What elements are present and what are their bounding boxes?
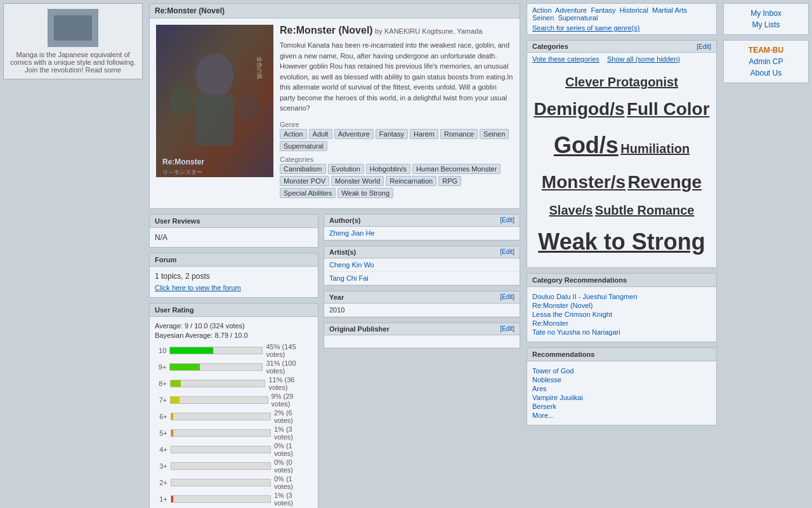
genre-tag-adventure[interactable]: Adventure [334,129,374,139]
publisher-edit-link[interactable]: [Edit] [500,325,514,332]
rec-berserk[interactable]: Berserk [532,402,711,411]
admin-cp-link[interactable]: Admin CP [728,56,804,67]
big-cat-revenge[interactable]: Revenge [627,172,702,192]
rating-bar-container-7+ [170,396,268,404]
rec-tower-of-god[interactable]: Tower of God [532,366,711,375]
cat-tag-monster-pov[interactable]: Monster POV [280,176,329,186]
svg-point-2 [195,53,233,98]
rating-bar-container-10 [169,347,263,354]
cat-tag-rpg[interactable]: RPG [438,176,461,186]
year-header-label: Year [329,293,344,301]
publisher-value [324,335,520,348]
rating-label-4+: 4+ [155,446,167,453]
rating-row-10: 1045% (145 votes) [155,343,313,358]
forum-header: Forum [150,253,318,267]
bayesian-value: 8.79 / 10.0 [215,331,248,339]
genre-tag-fantasy[interactable]: Fantasy [591,6,615,14]
rating-label-9+: 9+ [155,363,166,371]
rating-bar-container-2+ [171,479,271,486]
big-cat-full-color[interactable]: Full Color [627,99,710,119]
artist-link-1[interactable]: Cheng Kin Wo [329,261,374,269]
user-rating-box: User Rating Average: 9 / 10.0 (324 votes… [149,303,318,509]
big-cat-humiliation[interactable]: Humiliation [620,142,690,156]
rating-row-3+: 3+0% (0 votes) [155,458,313,474]
cat-tag-reincarnation[interactable]: Reincarnation [386,176,436,186]
big-cat-clever-protagonist[interactable]: Clever Protagonist [565,75,678,89]
genre-tag-adult[interactable]: Adult [309,129,332,139]
rating-bar-fill-5+ [171,430,173,436]
cat-rec-tate-no-yuusha-no-nariagari[interactable]: Tate no Yuusha no Nariagari [532,328,711,337]
genre-tag-martial-arts[interactable]: Martial Arts [652,6,687,14]
rating-row-1+: 1+1% (3 votes) [155,491,313,507]
rec-ares[interactable]: Ares [532,384,711,393]
genre-tags: ActionAdultAdventureFantasyHaremRomanceS… [280,129,513,151]
search-genre-link[interactable]: Search for series of same genre(s) [532,24,711,32]
show-all-link[interactable]: Show all (some hidden) [607,55,680,63]
about-us-link[interactable]: About Us [728,67,804,79]
rec-vampire-juuiikai[interactable]: Vampire Juuiikai [532,393,711,402]
my-inbox-link[interactable]: My Inbox [728,8,804,19]
rating-text-4+: 0% (1 votes) [274,442,313,457]
big-cat-god-s[interactable]: God/s [554,132,619,158]
genre-tag-fantasy[interactable]: Fantasy [376,129,408,139]
cat-tag-special-abilities[interactable]: Special Abilities [280,188,336,198]
my-lists-link[interactable]: My Lists [728,19,804,30]
cat-tag-cannibalism[interactable]: Cannibalism [280,164,326,174]
rating-bars: 1045% (145 votes)9+31% (100 votes)8+11% … [155,343,313,507]
genre-tag-seinen[interactable]: Seinen [532,14,554,22]
big-cat-slave-s[interactable]: Slave/s [549,203,593,217]
categories-section-inline: Categories CannibalismEvolutionHobgoblin… [280,155,513,198]
genre-tag-adventure[interactable]: Adventure [555,6,587,14]
rec-noblesse[interactable]: Noblesse [532,375,711,384]
big-cat-monster-s[interactable]: Monster/s [542,172,625,192]
genre-tag-action[interactable]: Action [280,129,307,139]
genre-tag-harem[interactable]: Harem [410,129,438,139]
cat-tag-human-becomes-monster[interactable]: Human Becomes Monster [412,164,501,174]
genre-tag-action[interactable]: Action [532,6,552,14]
artist-link-2[interactable]: Tang Chi Fai [329,274,369,282]
year-edit-link[interactable]: [Edit] [500,293,514,300]
cat-tag-weak-to-strong[interactable]: Weak to Strong [337,188,393,198]
author-link[interactable]: Zheng Jian He [329,229,375,237]
cat-tag-hobgoblin-s[interactable]: Hobgoblin/s [366,164,410,174]
forum-link[interactable]: Click here to view the forum [155,284,241,291]
user-rating-header: User Rating [150,304,318,317]
cat-rec-re-monster[interactable]: Re:Monster [532,319,711,328]
vote-categories-link[interactable]: Vote these categories [532,55,599,63]
big-cat-weak-to-strong[interactable]: Weak to Strong [538,229,705,255]
rating-text-9+: 31% (100 votes) [266,359,313,375]
artist-edit-link[interactable]: [Edit] [500,248,514,255]
big-cat-demigod-s[interactable]: Demigod/s [534,99,624,119]
cat-tag-monster-world[interactable]: Monster World [331,176,384,186]
user-nav-box: My Inbox My Lists [723,3,809,35]
genre-tag-romance[interactable]: Romance [440,129,478,139]
categories-edit-link[interactable]: [Edit] [697,43,711,50]
author-edit-link[interactable]: [Edit] [500,217,514,224]
rating-text-8+: 11% (36 votes) [268,376,313,391]
category-recommendations-header: Category Recommendations [527,274,716,287]
cat-tag-evolution[interactable]: Evolution [328,164,364,174]
user-reviews-header: User Reviews [150,215,318,228]
rating-label-7+: 7+ [155,396,167,404]
rating-bar-fill-7+ [171,397,180,403]
right-sidebar: My Inbox My Lists TEAM-BU Admin CP About… [720,0,812,508]
bayesian-rating-row: Bayesian Average: 8.79 / 10.0 [155,331,313,339]
team-bu-label: TEAM-BU [728,44,804,56]
cat-rec-re-monster-novel-[interactable]: Re:Monster (Novel) [532,301,711,310]
author-box: Author(s) [Edit] Zheng Jian He [324,214,520,241]
cat-rec-douluo-dalu-ii---jueshui-tangmen[interactable]: Douluo Dalu II - Jueshui Tangmen [532,292,711,301]
cat-rec-lessa-the-crimson-knight[interactable]: Lessa the Crimson Knight [532,310,711,319]
center-right-panel: Action Adventure Fantasy Historical Mart… [523,0,720,508]
categories-label: Categories [280,156,313,163]
big-cat-subtle-romance[interactable]: Subtle Romance [595,203,695,217]
rating-row-9+: 9+31% (100 votes) [155,359,313,375]
genre-tag-seinen[interactable]: Seinen [480,129,509,139]
year-header: Year [Edit] [324,291,520,304]
genre-tag-supernatural[interactable]: Supernatural [558,14,598,22]
rating-row-7+: 7+9% (29 votes) [155,392,313,408]
rating-bar-container-9+ [169,363,263,371]
rec-more...[interactable]: More... [532,411,711,420]
svg-point-4 [170,87,193,115]
genre-tag-supernatural[interactable]: Supernatural [280,141,327,151]
genre-tag-historical[interactable]: Historical [620,6,648,14]
